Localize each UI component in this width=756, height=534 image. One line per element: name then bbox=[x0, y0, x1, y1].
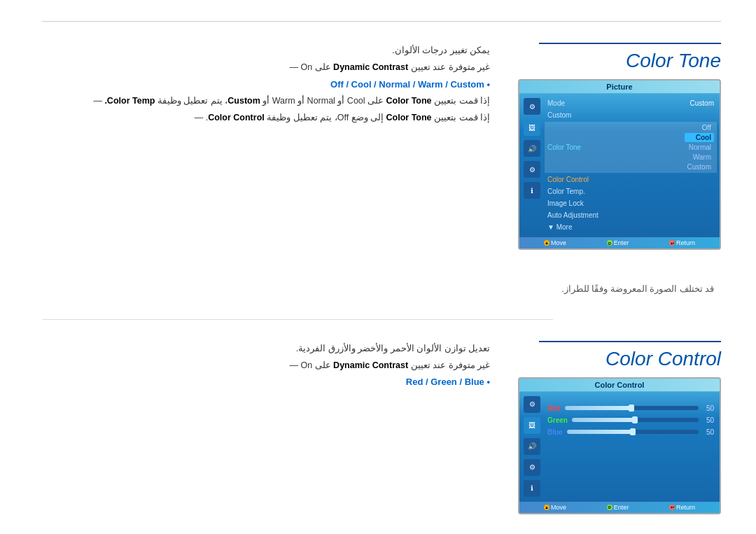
cc-monitor-title: Color Control bbox=[519, 379, 720, 392]
slider-red-track bbox=[565, 406, 699, 410]
menu-color-tone: Color Tone Off Cool Normal Warm Custom bbox=[545, 122, 717, 173]
color-control-screen-area: Color Control Color Control ⚙ 🖼 🔊 ⚙ ℹ bbox=[504, 341, 721, 514]
icon-picture: 🖼 bbox=[524, 119, 540, 136]
color-tone-options: • Off / Cool / Normal / Warm / Custom bbox=[42, 76, 490, 94]
color-tone-title-divider bbox=[539, 43, 721, 44]
color-control-options: • Red / Green / Blue bbox=[42, 374, 490, 391]
val-normal: Normal bbox=[685, 143, 714, 152]
cc-icon-picture: 🖼 bbox=[524, 417, 540, 434]
slider-blue-fill bbox=[567, 430, 633, 434]
cc-monitor-nav: ▲ Move ⊙ Enter ↩ Return bbox=[519, 501, 720, 513]
section-separator bbox=[42, 319, 553, 320]
cc-nav-enter-icon: ⊙ bbox=[607, 505, 612, 510]
slider-green-value: 50 bbox=[703, 416, 714, 424]
dropdown-list: Off Cool Normal Warm Custom bbox=[685, 123, 714, 171]
cc-nav-move: ▲ Move bbox=[544, 504, 566, 511]
slider-red-value: 50 bbox=[703, 405, 714, 412]
cc-icon-audio: 🔊 bbox=[524, 438, 540, 455]
slider-green: Green 50 bbox=[545, 415, 717, 426]
cc-nav-return: ↩ Return bbox=[669, 504, 695, 511]
cc-icon-settings: ⚙ bbox=[524, 396, 540, 413]
color-tone-section: يمكن تغيير درجات الألوان. غير متوفرة عند… bbox=[42, 43, 721, 250]
nav-enter: ⊙ Enter bbox=[607, 239, 629, 246]
slider-green-label: Green bbox=[547, 416, 568, 424]
color-tone-footnote: قد تختلف الصورة المعروضة وفقًا للطراز. bbox=[504, 281, 721, 298]
slider-red-label: Red bbox=[547, 405, 561, 412]
slider-blue-thumb bbox=[630, 428, 636, 435]
icon-sidebar: ⚙ 🖼 🔊 ⚙ ℹ bbox=[522, 98, 542, 232]
val-cool: Cool bbox=[685, 133, 714, 142]
cc-monitor-content: ⚙ 🖼 🔊 ⚙ ℹ Red bbox=[519, 392, 720, 501]
slider-blue-label: Blue bbox=[547, 428, 563, 436]
menu-more: ▼ More bbox=[545, 222, 717, 232]
color-tone-text: يمكن تغيير درجات الألوان. غير متوفرة عند… bbox=[42, 43, 504, 127]
color-control-intro: تعديل توازن الألوان الأحمر والأخضر والأز… bbox=[42, 341, 490, 358]
icon-system: ⚙ bbox=[524, 161, 540, 178]
val-custom: Custom bbox=[685, 162, 714, 171]
nav-return-icon: ↩ bbox=[669, 240, 675, 246]
nav-return: ↩ Return bbox=[669, 239, 695, 246]
color-tone-note2: إذا قمت بتعيين Color Tone إلى وضع Off، ي… bbox=[42, 110, 490, 127]
slider-blue-value: 50 bbox=[703, 428, 714, 436]
nav-enter-icon: ⊙ bbox=[607, 240, 612, 246]
slider-green-fill bbox=[572, 418, 636, 422]
icon-info: ℹ bbox=[524, 182, 540, 199]
menu-custom: Custom bbox=[545, 110, 717, 120]
color-control-bullet1: غير متوفرة عند تعيين Dynamic Contrast عل… bbox=[42, 358, 490, 374]
slider-blue: Blue 50 bbox=[545, 427, 717, 437]
menu-color-control: Color Control bbox=[545, 174, 717, 185]
slider-green-thumb bbox=[632, 416, 638, 423]
val-off: Off bbox=[685, 123, 714, 132]
color-tone-intro: يمكن تغيير درجات الألوان. bbox=[42, 43, 490, 59]
menu-mode: Mode Custom bbox=[545, 98, 717, 108]
cc-nav-enter: ⊙ Enter bbox=[607, 504, 629, 511]
cc-nav-return-icon: ↩ bbox=[669, 505, 675, 510]
cc-icon-system: ⚙ bbox=[524, 459, 540, 476]
top-divider bbox=[42, 21, 721, 22]
menu-color-temp: Color Temp. bbox=[545, 186, 717, 197]
slider-red: Red 50 bbox=[545, 403, 717, 414]
slider-green-track bbox=[572, 418, 699, 422]
menu-list: Mode Custom Custom Color Tone Off Cool N… bbox=[545, 98, 717, 232]
color-control-text: تعديل توازن الألوان الأحمر والأخضر والأز… bbox=[42, 341, 504, 391]
color-tone-title: Color Tone bbox=[504, 50, 721, 72]
icon-audio: 🔊 bbox=[524, 140, 540, 157]
nav-move-icon: ▲ bbox=[544, 240, 550, 246]
color-tone-screen-area: Color Tone Picture ⚙ 🖼 🔊 ⚙ ℹ bbox=[504, 43, 721, 250]
color-control-monitor: Color Control ⚙ 🖼 🔊 ⚙ ℹ Red bbox=[518, 377, 721, 514]
monitor-content: ⚙ 🖼 🔊 ⚙ ℹ Mode Custom Custom bbox=[519, 94, 720, 237]
monitor-title-bar: Picture bbox=[519, 80, 720, 94]
slider-blue-track bbox=[567, 430, 699, 434]
color-tone-note1: إذا قمت بتعيين Color Tone على Cool أو No… bbox=[42, 93, 490, 110]
cc-icon-sidebar: ⚙ 🖼 🔊 ⚙ ℹ bbox=[522, 396, 542, 497]
icon-settings: ⚙ bbox=[524, 98, 540, 115]
color-tone-bullet1: غير متوفرة عند تعيين Dynamic Contrast عل… bbox=[42, 59, 490, 76]
color-control-section: تعديل توازن الألوان الأحمر والأخضر والأز… bbox=[42, 341, 721, 514]
menu-auto-adj: Auto Adjustment bbox=[545, 210, 717, 220]
cc-nav-move-icon: ▲ bbox=[544, 505, 550, 510]
menu-image-lock: Image Lock bbox=[545, 198, 717, 209]
cc-icon-info: ℹ bbox=[524, 480, 540, 497]
monitor-nav-bar: ▲ Move ⊙ Enter ↩ Return bbox=[519, 237, 720, 248]
color-tone-monitor: Picture ⚙ 🖼 🔊 ⚙ ℹ Mode Custom bbox=[518, 79, 721, 250]
val-warm: Warm bbox=[685, 153, 714, 162]
slider-red-thumb bbox=[629, 405, 634, 412]
cc-slider-list: Red 50 Green bbox=[545, 396, 717, 497]
color-control-title-divider bbox=[539, 341, 721, 342]
nav-move: ▲ Move bbox=[544, 239, 566, 246]
color-control-title: Color Control bbox=[504, 348, 721, 370]
slider-red-fill bbox=[565, 406, 632, 410]
